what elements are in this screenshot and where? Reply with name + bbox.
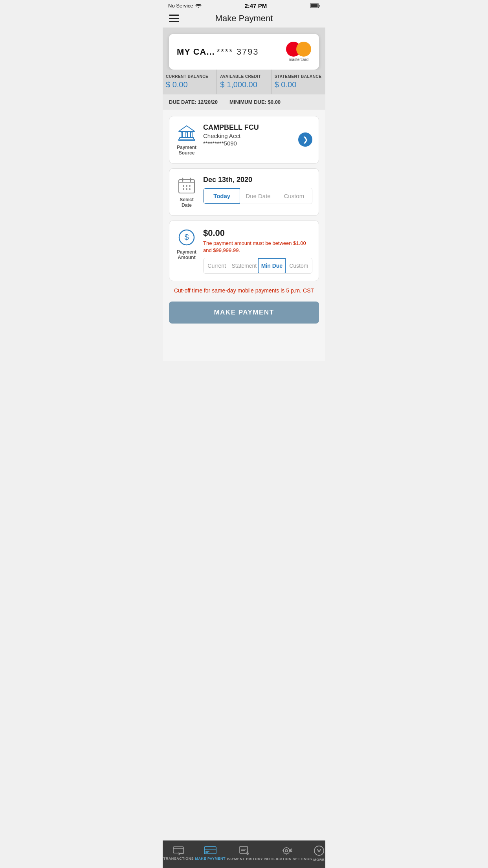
select-date-label: Select Date bbox=[176, 197, 198, 208]
status-time: 2:47 PM bbox=[244, 2, 267, 9]
wifi-icon bbox=[195, 4, 202, 8]
mastercard-logo: mastercard bbox=[286, 42, 311, 62]
minimum-due-label: MINIMUM DUE: bbox=[229, 99, 266, 105]
credit-card: MY CA... **** 3793 mastercard bbox=[169, 34, 319, 70]
svg-point-16 bbox=[186, 185, 187, 187]
nav-header: Make Payment bbox=[163, 11, 325, 28]
svg-rect-7 bbox=[186, 132, 187, 138]
current-balance-value: $ 0.00 bbox=[166, 80, 213, 89]
payment-amount-label: Payment Amount bbox=[176, 249, 198, 261]
payment-source-icon-area: Payment Source bbox=[176, 123, 198, 156]
page-title: Make Payment bbox=[215, 13, 273, 24]
current-balance-item: CURRENT BALANCE $ 0.00 bbox=[163, 70, 217, 94]
svg-point-18 bbox=[183, 188, 184, 190]
due-date-value: 12/20/20 bbox=[198, 99, 218, 105]
svg-point-20 bbox=[189, 188, 191, 190]
account-type: Checking Acct bbox=[203, 132, 293, 139]
svg-rect-6 bbox=[181, 132, 183, 138]
amount-option-min-due[interactable]: Min Due bbox=[258, 258, 286, 274]
due-date-row: DUE DATE: 12/20/20 MINIMUM DUE: $0.00 bbox=[163, 94, 325, 110]
battery-icon bbox=[310, 3, 320, 8]
payment-amount-icon-area: $ Payment Amount bbox=[176, 228, 198, 261]
select-date-section: Select Date Dec 13th, 2020 Today Due Dat… bbox=[169, 168, 319, 216]
svg-point-15 bbox=[183, 185, 184, 187]
dollar-icon: $ bbox=[177, 228, 196, 247]
svg-marker-9 bbox=[179, 126, 194, 131]
payment-source-body: CAMPBELL FCU Checking Acct *********5090 bbox=[203, 123, 293, 147]
make-payment-button[interactable]: MAKE PAYMENT bbox=[169, 302, 319, 324]
due-date-label: DUE DATE: bbox=[169, 99, 196, 105]
payment-amount-section: $ Payment Amount $0.00 The payment amoun… bbox=[169, 221, 319, 281]
svg-point-19 bbox=[186, 188, 187, 190]
signal-status: No Service bbox=[168, 3, 193, 9]
payment-amount-body: $0.00 The payment amount must be between… bbox=[203, 228, 312, 274]
date-options-group: Today Due Date Custom bbox=[203, 188, 312, 204]
status-bar: No Service 2:47 PM bbox=[163, 0, 325, 11]
current-balance-label: CURRENT BALANCE bbox=[166, 74, 213, 79]
date-option-today[interactable]: Today bbox=[203, 188, 240, 204]
hamburger-menu[interactable] bbox=[169, 15, 179, 22]
svg-point-0 bbox=[198, 7, 199, 8]
balance-row: CURRENT BALANCE $ 0.00 AVAILABLE CREDIT … bbox=[163, 70, 325, 94]
cutoff-notice: Cut-off time for same-day mobile payment… bbox=[169, 286, 319, 297]
svg-rect-2 bbox=[319, 5, 320, 7]
available-credit-label: AVAILABLE CREDIT bbox=[220, 74, 268, 79]
amount-options-group: Current Statement Min Due Custom bbox=[203, 258, 312, 274]
statement-balance-value: $ 0.00 bbox=[275, 80, 322, 89]
available-credit-value: $ 1,000.00 bbox=[220, 80, 268, 89]
mastercard-label: mastercard bbox=[289, 57, 308, 62]
account-number: *********5090 bbox=[203, 140, 293, 147]
amount-option-current[interactable]: Current bbox=[204, 258, 230, 273]
payment-source-section: Payment Source CAMPBELL FCU Checking Acc… bbox=[169, 116, 319, 164]
svg-rect-5 bbox=[179, 139, 194, 141]
bank-name: CAMPBELL FCU bbox=[203, 123, 293, 132]
svg-rect-3 bbox=[311, 4, 318, 7]
available-credit-item: AVAILABLE CREDIT $ 1,000.00 bbox=[217, 70, 271, 94]
select-date-icon-area: Select Date bbox=[176, 176, 198, 208]
payment-source-arrow[interactable]: ❯ bbox=[298, 132, 312, 147]
svg-rect-8 bbox=[191, 132, 192, 138]
card-section: MY CA... **** 3793 mastercard bbox=[163, 28, 325, 70]
payment-amount-value: $0.00 bbox=[203, 228, 312, 238]
date-option-custom[interactable]: Custom bbox=[276, 188, 312, 204]
minimum-due-value: $0.00 bbox=[268, 99, 281, 105]
statement-balance-label: STATEMENT BALANCE bbox=[275, 74, 322, 79]
amount-option-statement[interactable]: Statement bbox=[230, 258, 258, 273]
svg-point-17 bbox=[189, 185, 191, 187]
statement-balance-item: STATEMENT BALANCE $ 0.00 bbox=[272, 70, 325, 94]
bank-icon bbox=[177, 123, 196, 142]
payment-amount-error: The payment amount must be between $1.00… bbox=[203, 240, 312, 254]
card-name: MY CA... bbox=[177, 47, 215, 57]
content-area: Payment Source CAMPBELL FCU Checking Acc… bbox=[163, 110, 325, 361]
selected-date-display: Dec 13th, 2020 bbox=[203, 176, 312, 184]
date-option-due-date[interactable]: Due Date bbox=[240, 188, 276, 204]
payment-source-label: Payment Source bbox=[176, 145, 198, 156]
calendar-icon bbox=[177, 176, 196, 195]
svg-text:$: $ bbox=[184, 233, 189, 241]
select-date-body: Dec 13th, 2020 Today Due Date Custom bbox=[203, 176, 312, 204]
card-number: **** 3793 bbox=[216, 47, 259, 57]
amount-option-custom[interactable]: Custom bbox=[286, 258, 312, 273]
